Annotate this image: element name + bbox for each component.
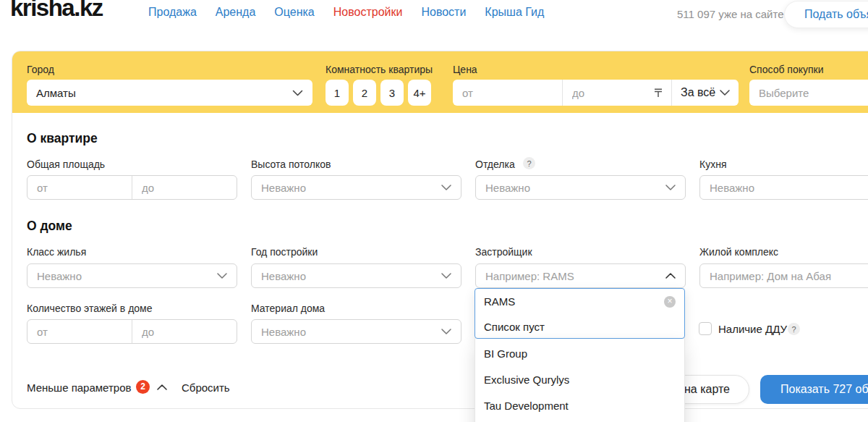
developer-query-text: RAMS (484, 295, 515, 308)
developer-empty-text: Список пуст (484, 321, 545, 333)
nav-novosti[interactable]: Новости (421, 6, 466, 19)
ddu-label: Наличие ДДУ (718, 323, 787, 335)
purchase-method-label: Способ покупки (749, 64, 824, 75)
visitors-counter: 511 097 уже на сайте (677, 8, 784, 20)
ceiling-height-select[interactable]: Неважно (251, 175, 461, 200)
floors-count-label: Количество этажей в доме (27, 303, 153, 314)
city-value: Алматы (36, 87, 76, 99)
price-from-segment (453, 80, 562, 106)
total-area-from-input[interactable] (27, 176, 132, 199)
finishing-help-icon[interactable]: ? (523, 157, 535, 169)
chevron-down-icon (441, 329, 451, 334)
developer-empty-row: Список пуст (475, 314, 684, 339)
nav-ocenka[interactable]: Оценка (274, 6, 314, 19)
rooms-3-button[interactable]: 3 (380, 80, 404, 106)
ddu-help-icon[interactable]: ? (788, 323, 800, 335)
tenge-currency-icon (653, 88, 663, 98)
purchase-method-input[interactable] (749, 80, 868, 106)
filters-card: Город Алматы Комнатность квартиры 1 2 3 … (12, 51, 868, 409)
nav-arenda[interactable]: Аренда (216, 6, 256, 19)
city-label: Город (27, 64, 54, 75)
reset-filters-link[interactable]: Сбросить (182, 381, 230, 394)
quick-filter-bar: Город Алматы Комнатность квартиры 1 2 3 … (12, 51, 868, 113)
house-material-label: Материал дома (251, 303, 325, 314)
price-label: Цена (453, 64, 477, 75)
floors-from-input[interactable] (27, 320, 132, 343)
developer-option-tau-development[interactable]: Tau Development (475, 392, 684, 418)
residential-complex-field[interactable] (699, 263, 868, 288)
price-mode-value: За всё (681, 86, 715, 99)
nav-krysha-gid[interactable]: Крыша Гид (485, 6, 544, 19)
site-logo[interactable]: krisha.kz (10, 0, 103, 22)
chevron-down-icon (441, 273, 451, 279)
kitchen-value: Неважно (710, 182, 754, 194)
house-material-select[interactable]: Неважно (251, 319, 461, 344)
developer-label: Застройщик (475, 246, 532, 258)
developer-option-exclusive-qurylys[interactable]: Exclusive Qurylys (475, 366, 684, 392)
chevron-up-icon (665, 273, 676, 279)
developer-options-list: BI Group Exclusive Qurylys Tau Developme… (475, 339, 685, 422)
house-material-value: Неважно (261, 326, 306, 338)
finishing-select[interactable]: Неважно (475, 175, 686, 200)
developer-combobox[interactable] (475, 263, 686, 288)
price-from-input[interactable] (453, 80, 562, 106)
kitchen-select[interactable]: Неважно (699, 175, 868, 200)
page: krisha.kz Продажа Аренда Оценка Новостро… (0, 0, 868, 422)
total-area-range (27, 175, 237, 200)
developer-dropdown-selected-box: RAMS × Список пуст (475, 288, 685, 339)
chevron-down-icon (292, 90, 303, 96)
submit-ad-button[interactable]: Подать объя (784, 1, 868, 28)
price-to-segment (563, 80, 671, 106)
city-select[interactable]: Алматы (27, 80, 312, 106)
price-mode-select[interactable]: За всё (672, 80, 739, 106)
price-group: За всё (453, 80, 739, 106)
build-year-value: Неважно (261, 270, 306, 282)
finishing-label: Отделка (475, 159, 515, 170)
developer-search-input[interactable] (476, 264, 665, 287)
build-year-select[interactable]: Неважно (251, 263, 461, 288)
developer-query-row[interactable]: RAMS × (475, 289, 684, 314)
chevron-down-icon (665, 185, 676, 190)
params-count-badge: 2 (136, 380, 150, 394)
chevron-down-icon (217, 273, 227, 279)
developer-dropdown: RAMS × Список пуст BI Group Exclusive Qu… (475, 288, 685, 422)
total-area-to-input[interactable] (132, 176, 237, 199)
ddu-checkbox[interactable] (699, 322, 712, 335)
clear-icon[interactable]: × (664, 296, 676, 308)
floors-to-input[interactable] (132, 320, 237, 343)
rooms-1-button[interactable]: 1 (326, 80, 349, 106)
floors-count-range (27, 319, 237, 344)
rooms-label: Комнатность квартиры (326, 64, 433, 75)
nav-prodazha[interactable]: Продажа (148, 6, 197, 19)
main-nav: Продажа Аренда Оценка Новостройки Новост… (148, 6, 544, 19)
ceiling-height-value: Неважно (261, 182, 306, 194)
chevron-up-icon[interactable] (157, 384, 167, 390)
residential-complex-label: Жилой комплекс (699, 246, 778, 258)
finishing-value: Неважно (485, 182, 530, 194)
developer-option-bi-group[interactable]: BI Group (475, 340, 684, 366)
total-area-label: Общая площадь (27, 159, 105, 170)
purchase-method-select[interactable] (749, 80, 868, 106)
show-results-button[interactable]: Показать 727 объе (760, 375, 868, 404)
rooms-2-button[interactable]: 2 (353, 80, 376, 106)
about-flat-title: О квартире (27, 131, 98, 146)
nav-novostroyki[interactable]: Новостройки (333, 6, 403, 19)
housing-class-value: Неважно (37, 270, 82, 282)
kitchen-label: Кухня (699, 159, 726, 170)
about-house-title: О доме (27, 219, 72, 234)
less-params-toggle[interactable]: Меньше параметров (27, 381, 131, 394)
housing-class-label: Класс жилья (27, 246, 86, 258)
ceiling-height-label: Высота потолков (251, 159, 331, 170)
rooms-4plus-button[interactable]: 4+ (408, 80, 431, 106)
housing-class-select[interactable]: Неважно (27, 263, 237, 288)
chevron-down-icon (720, 90, 730, 96)
build-year-label: Год постройки (251, 246, 318, 258)
residential-complex-input[interactable] (700, 264, 868, 287)
chevron-down-icon (441, 185, 451, 190)
